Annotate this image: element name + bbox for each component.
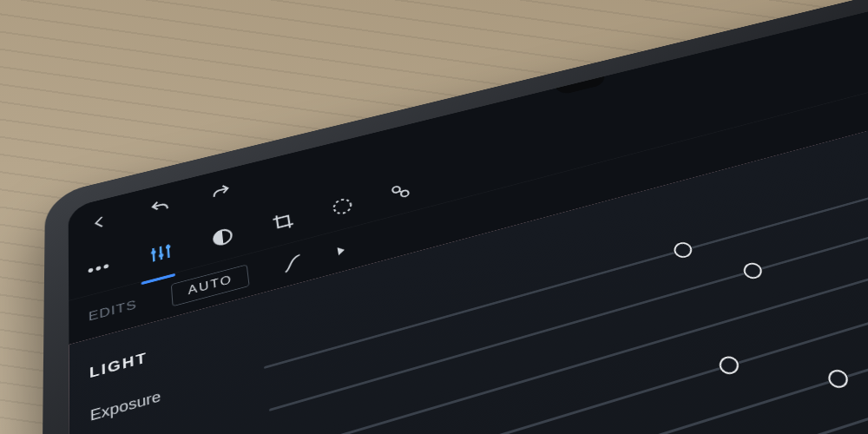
svg-point-3 [166, 244, 171, 249]
slider-thumb[interactable] [741, 261, 765, 281]
curve-icon[interactable] [281, 252, 306, 275]
expand-icon[interactable] [338, 246, 345, 255]
slider-thumb[interactable] [672, 240, 694, 260]
photo-editor-app: ••• [69, 0, 868, 434]
svg-point-2 [159, 253, 164, 258]
svg-point-5 [332, 198, 352, 215]
edits-label: EDITS [89, 298, 137, 325]
section-label: LIGHT [89, 350, 148, 382]
mask-icon[interactable] [329, 194, 356, 219]
undo-icon[interactable] [148, 194, 174, 220]
more-icon[interactable]: ••• [88, 258, 111, 279]
redo-icon[interactable] [207, 181, 233, 205]
back-icon[interactable] [87, 210, 112, 235]
slider-thumb[interactable] [717, 354, 741, 377]
svg-point-1 [151, 250, 156, 255]
svg-point-7 [400, 189, 409, 197]
tablet-device: ••• [34, 0, 868, 434]
slider-thumb[interactable] [825, 368, 851, 391]
tone-icon[interactable] [209, 224, 236, 250]
svg-point-6 [392, 186, 401, 194]
crop-icon[interactable] [270, 208, 297, 233]
heal-icon[interactable] [387, 179, 415, 203]
adjust-icon[interactable] [148, 240, 174, 266]
